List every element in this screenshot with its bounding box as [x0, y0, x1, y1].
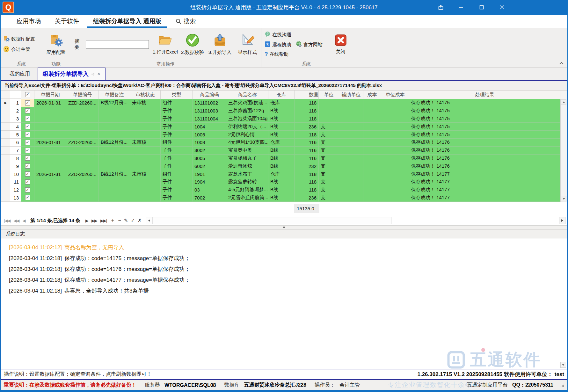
cell-doc-no[interactable]: ZZD-20260...: [66, 139, 99, 147]
cell-quantity[interactable]: 118: [295, 107, 319, 115]
cell-unit[interactable]: 支: [319, 194, 339, 202]
cell-cost[interactable]: [363, 139, 381, 147]
cell-type[interactable]: 子件: [161, 107, 193, 115]
cell-aux-unit[interactable]: [339, 170, 363, 178]
cell-cost[interactable]: [363, 115, 381, 123]
cell-cost[interactable]: [363, 178, 381, 186]
cell-remark[interactable]: [99, 194, 130, 202]
cell-quantity[interactable]: 236: [295, 123, 319, 131]
cell-cost[interactable]: [363, 131, 381, 139]
cell-product-name[interactable]: 2元伊利心情: [226, 131, 268, 139]
cell-audit-status[interactable]: [130, 107, 161, 115]
cell-remark[interactable]: [99, 178, 130, 186]
table-row[interactable]: 2 ✓ 子件 131101003 三养炸酱面/122g B线 118 保存成功！…: [1, 107, 560, 115]
nav-edit-icon[interactable]: ✎: [124, 218, 128, 223]
cell-doc-no[interactable]: [66, 186, 99, 194]
cell-product-name[interactable]: 宝哥奥中奥: [226, 147, 268, 155]
cell-remark[interactable]: B线12月份...: [99, 99, 130, 107]
cell-doc-no[interactable]: [66, 155, 99, 163]
cell-unit[interactable]: [319, 99, 339, 107]
cell-warehouse[interactable]: 仓库: [268, 139, 295, 147]
cell-warehouse[interactable]: B线: [268, 186, 295, 194]
cell-doc-no[interactable]: [66, 178, 99, 186]
cell-product-name[interactable]: 爱迪奇冰炫: [226, 162, 268, 170]
cell-product-code[interactable]: 131101004: [193, 115, 226, 123]
cell-audit-status[interactable]: [130, 147, 161, 155]
row-checkbox[interactable]: ✓: [21, 170, 34, 178]
cell-date[interactable]: [34, 155, 66, 163]
validate-data-button[interactable]: 2.数据校验: [179, 33, 206, 55]
cell-warehouse[interactable]: B线: [268, 162, 295, 170]
cell-type[interactable]: 子件: [161, 186, 193, 194]
cell-date[interactable]: 2026-01-31: [34, 139, 66, 147]
cell-date[interactable]: 2026-01-31: [34, 170, 66, 178]
cell-warehouse[interactable]: B线: [268, 194, 295, 202]
cell-unit[interactable]: [319, 115, 339, 123]
float-window-icon[interactable]: [436, 3, 446, 12]
cell-product-name[interactable]: 露意水布丁: [226, 170, 268, 178]
cell-product-name[interactable]: 2元雪帝丘氏脆筒...: [226, 194, 268, 202]
table-row[interactable]: 9 ✓ 子件 6002 爱迪奇冰炫 B线 232 支 保存成功！ 14176: [1, 162, 560, 170]
hscroll-left-icon[interactable]: [146, 217, 153, 224]
cell-unit-cost[interactable]: [381, 186, 409, 194]
cell-date[interactable]: [34, 123, 66, 131]
cell-unit[interactable]: 支: [319, 123, 339, 131]
pin-icon[interactable]: [91, 71, 95, 77]
cell-audit-status[interactable]: 未审核: [130, 139, 161, 147]
cell-type[interactable]: 子件: [161, 162, 193, 170]
nav-post-icon[interactable]: ✓: [131, 218, 135, 223]
cell-aux-unit[interactable]: [339, 194, 363, 202]
cell-product-code[interactable]: 1904: [193, 178, 226, 186]
cell-unit[interactable]: 支: [319, 178, 339, 186]
col-header-date[interactable]: 单据日期: [34, 91, 66, 99]
col-header-warehouse[interactable]: 仓库: [268, 91, 295, 99]
online-chat-button[interactable]: ? 在线沟通: [265, 31, 291, 38]
db-config-button[interactable]: 数据库配置: [3, 35, 35, 43]
cell-product-code[interactable]: 131101003: [193, 107, 226, 115]
nav-delete-icon[interactable]: −: [118, 218, 120, 223]
horizontal-scrollbar[interactable]: [146, 217, 391, 224]
cell-doc-no[interactable]: [66, 194, 99, 202]
table-row[interactable]: 13 ✓ 子件 7002 2元雪帝丘氏脆筒... B线 236 支 保存成功！ …: [1, 194, 560, 202]
cell-quantity[interactable]: 118: [295, 186, 319, 194]
col-header-aux-unit[interactable]: 辅助单位: [339, 91, 363, 99]
tab-my-apps[interactable]: 我的应用: [2, 68, 38, 80]
checkbox-checked-icon[interactable]: ✓: [25, 100, 30, 105]
cell-aux-unit[interactable]: [339, 107, 363, 115]
row-checkbox[interactable]: ✓: [21, 162, 34, 170]
cell-unit[interactable]: [319, 107, 339, 115]
cell-remark[interactable]: B线12月份...: [99, 170, 130, 178]
nav-next-icon[interactable]: ▶: [85, 218, 88, 223]
close-module-button[interactable]: 关闭: [331, 34, 351, 55]
official-site-button[interactable]: 官方网站: [296, 41, 323, 48]
cell-quantity[interactable]: 118: [295, 115, 319, 123]
scroll-down-icon[interactable]: [561, 196, 566, 201]
nav-prev-icon[interactable]: ◀: [22, 218, 25, 223]
table-row[interactable]: 6 ✓ 2026-01-31 ZZD-20260... B线12月份... 未审…: [1, 139, 560, 147]
nav-cancel-icon[interactable]: ✗: [138, 218, 142, 223]
cell-product-name[interactable]: 露意菠萝转转: [226, 178, 268, 186]
cell-unit[interactable]: 支: [319, 162, 339, 170]
cell-aux-unit[interactable]: [339, 99, 363, 107]
row-checkbox[interactable]: ✓: [21, 194, 34, 202]
cell-remark[interactable]: [99, 107, 130, 115]
cell-unit-cost[interactable]: [381, 123, 409, 131]
row-checkbox[interactable]: ✓: [21, 147, 34, 155]
display-style-button[interactable]: 显示样式: [234, 33, 261, 55]
cell-audit-status[interactable]: [130, 178, 161, 186]
cell-quantity[interactable]: 116: [295, 147, 319, 155]
cell-warehouse[interactable]: 仓库: [268, 99, 295, 107]
cell-unit[interactable]: 支: [319, 139, 339, 147]
checkbox-checked-icon[interactable]: ✓: [25, 163, 30, 169]
cell-cost[interactable]: [363, 194, 381, 202]
checkbox-checked-icon[interactable]: ✓: [25, 195, 30, 200]
cell-doc-no[interactable]: [66, 107, 99, 115]
cell-quantity[interactable]: 116: [295, 139, 319, 147]
cell-date[interactable]: [34, 194, 66, 202]
online-help-button[interactable]: ? 在线帮助: [265, 51, 288, 57]
cell-warehouse[interactable]: B线: [268, 107, 295, 115]
row-checkbox[interactable]: ✓: [21, 115, 34, 123]
cell-warehouse[interactable]: B线: [268, 115, 295, 123]
table-row[interactable]: 7 ✓ 子件 3002 宝哥奥中奥 B线 116 支 保存成功！ 14176: [1, 147, 560, 155]
col-header-name[interactable]: 商品名称: [226, 91, 268, 99]
